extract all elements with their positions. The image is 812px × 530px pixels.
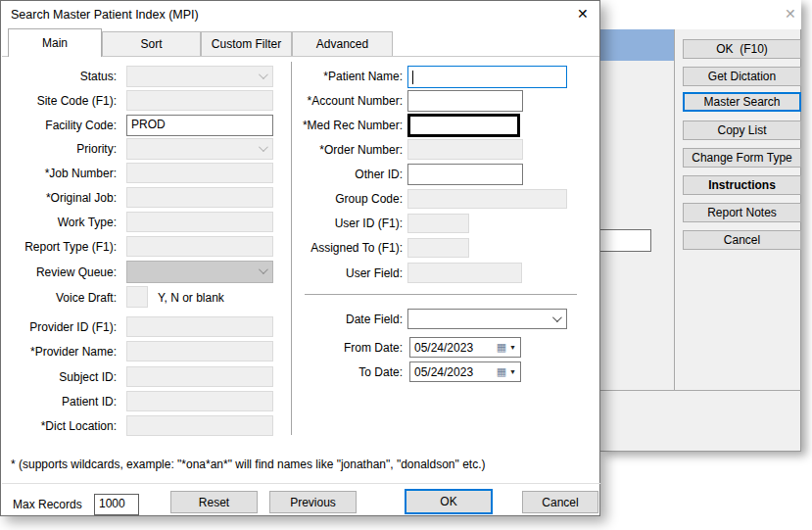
provider-name-label: *Provider Name: [1, 345, 117, 360]
job-number-label: *Job Number: [1, 167, 117, 181]
assigned-to-label: Assigned To (F1): [285, 241, 403, 256]
priority-combobox [126, 138, 273, 160]
status-combobox [126, 66, 273, 87]
dialog-close-icon[interactable]: ✕ [577, 6, 589, 22]
text-caret [412, 71, 413, 84]
ok-button[interactable]: OK [405, 489, 493, 514]
from-date-picker[interactable]: 05/24/2023 ▦ ▼ [409, 337, 521, 358]
report-type-input [126, 236, 273, 257]
date-field-combobox[interactable] [407, 309, 567, 329]
tab-advanced[interactable]: Advanced [292, 31, 393, 56]
from-date-label: From Date: [285, 341, 403, 356]
user-id-input [407, 214, 469, 233]
copy-list-button[interactable]: Copy List [683, 120, 801, 140]
background-cancel-button[interactable]: Cancel [683, 230, 801, 250]
master-search-button[interactable]: Master Search [683, 92, 801, 112]
patient-name-label: *Patient Name: [285, 70, 403, 84]
tab-custom-filter[interactable]: Custom Filter [201, 31, 292, 56]
user-id-label: User ID (F1): [285, 217, 403, 231]
facility-code-input[interactable]: PROD [126, 115, 273, 136]
voice-draft-label: Voice Draft: [1, 291, 117, 306]
previous-button[interactable]: Previous [269, 491, 357, 513]
dropdown-arrow-icon[interactable]: ▼ [509, 344, 516, 351]
med-rec-number-label: *Med Rec Number: [285, 119, 403, 133]
status-label: Status: [1, 70, 117, 84]
tab-sort[interactable]: Sort [102, 31, 201, 56]
tab-main[interactable]: Main [8, 28, 102, 57]
background-text-field[interactable] [599, 229, 651, 252]
user-field-label: User Field: [285, 266, 403, 281]
work-type-input [126, 212, 273, 232]
chevron-down-icon [259, 142, 268, 152]
selected-row-highlight [600, 29, 674, 61]
provider-id-input [126, 316, 273, 337]
get-dictation-button[interactable]: Get Dictation [683, 67, 801, 86]
job-number-input [126, 163, 273, 183]
dialog-title: Search Master Patient Index (MPI) [11, 8, 199, 22]
change-form-type-button[interactable]: Change Form Type [683, 148, 801, 168]
panel-divider-horizontal [600, 390, 801, 391]
patient-id-label: Patient ID: [1, 395, 117, 410]
med-rec-number-input[interactable] [407, 114, 520, 137]
group-code-input [407, 189, 567, 209]
max-records-label: Max Records [13, 498, 91, 512]
provider-name-input [126, 341, 273, 361]
review-queue-label: Review Queue: [1, 265, 117, 280]
other-id-label: Other ID: [285, 168, 403, 182]
report-type-label: Report Type (F1): [1, 240, 117, 255]
report-notes-button[interactable]: Report Notes [683, 203, 801, 222]
instructions-button[interactable]: Instructions [683, 175, 801, 195]
screen: ✕ OK (F10) Get Dictation Master Search C… [0, 0, 812, 530]
provider-id-label: Provider ID (F1): [1, 320, 117, 335]
to-date-label: To Date: [285, 365, 403, 380]
voice-draft-input [126, 286, 148, 308]
reset-button[interactable]: Reset [170, 491, 258, 513]
mpi-search-dialog: Search Master Patient Index (MPI) ✕ Main… [0, 0, 600, 516]
site-code-label: Site Code (F1): [1, 94, 117, 109]
dropdown-arrow-icon[interactable]: ▼ [509, 368, 516, 375]
work-type-label: Work Type: [1, 216, 117, 230]
panel-divider-vertical [674, 29, 675, 390]
review-queue-combobox [126, 261, 273, 283]
max-records-input[interactable]: 1000 [94, 494, 139, 515]
voice-draft-hint: Y, N or blank [158, 291, 265, 306]
original-job-label: *Original Job: [1, 191, 117, 206]
account-number-label: *Account Number: [285, 94, 403, 109]
facility-code-label: Facility Code: [1, 119, 117, 133]
calendar-icon: ▦ [497, 366, 506, 377]
calendar-icon: ▦ [497, 342, 506, 353]
user-field-input [407, 263, 522, 283]
assigned-to-input [407, 238, 469, 258]
ok-f10-button[interactable]: OK (F10) [683, 39, 801, 59]
original-job-input [126, 187, 273, 208]
account-number-input[interactable] [407, 90, 523, 112]
group-code-label: Group Code: [285, 192, 403, 207]
site-code-input [126, 90, 273, 111]
date-section-divider [305, 294, 577, 295]
dict-location-label: *Dict Location: [1, 419, 117, 434]
patient-id-input [126, 391, 273, 411]
dict-location-input [126, 415, 273, 436]
chevron-down-icon [259, 265, 268, 274]
subject-id-label: Subject ID: [1, 370, 117, 385]
to-date-picker[interactable]: 05/24/2023 ▦ ▼ [409, 361, 521, 382]
wildcard-note: * (supports wildcards, example: "*ona*an… [11, 458, 589, 472]
background-window-titlebar [600, 0, 801, 29]
other-id-input[interactable] [407, 164, 523, 185]
subject-id-input [126, 366, 273, 387]
chevron-down-icon [259, 70, 268, 79]
order-number-input [407, 139, 523, 160]
background-window: ✕ OK (F10) Get Dictation Master Search C… [600, 0, 801, 452]
chevron-down-icon [552, 313, 562, 322]
footer-divider [2, 483, 600, 484]
patient-name-input[interactable] [407, 66, 567, 88]
order-number-label: *Order Number: [285, 143, 403, 158]
priority-label: Priority: [1, 142, 117, 157]
cancel-button[interactable]: Cancel [522, 491, 598, 513]
date-field-label: Date Field: [285, 313, 403, 327]
background-close-icon[interactable]: ✕ [785, 6, 796, 22]
